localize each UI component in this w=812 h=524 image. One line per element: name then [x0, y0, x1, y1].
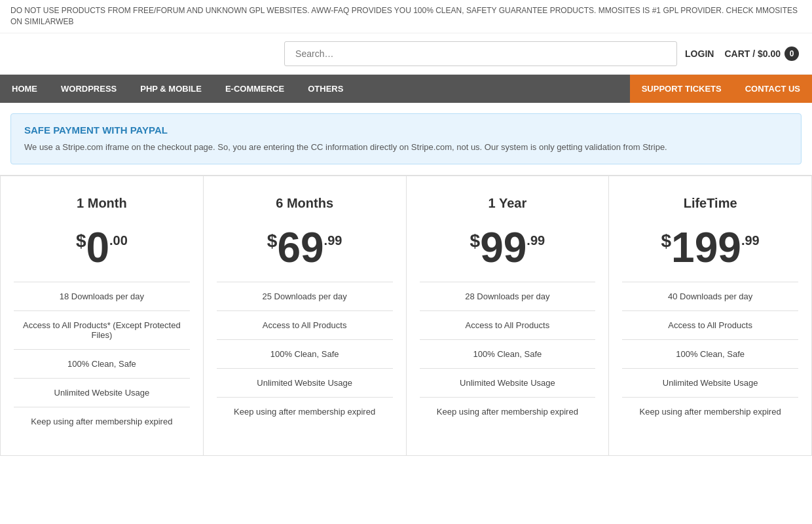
price-main-1month: 0	[86, 227, 109, 269]
nav-item-home[interactable]: HOME	[0, 75, 49, 103]
pricing-card-1year: 1 Year $ 99 .99 28 Downloads per day Acc…	[406, 176, 609, 456]
nav-item-php-mobile[interactable]: PHP & MOBILE	[128, 75, 213, 103]
clean-6months: 100% Clean, Safe	[217, 339, 393, 368]
top-banner: DO NOT USE PRODUCTS FROM FREE/FORUM AND …	[0, 0, 812, 33]
top-banner-text: DO NOT USE PRODUCTS FROM FREE/FORUM AND …	[10, 6, 798, 26]
downloads-lifetime: 40 Downloads per day	[622, 282, 798, 310]
nav-item-others[interactable]: OTHERS	[296, 75, 355, 103]
pricing-card-lifetime: LifeTime $ 199 .99 40 Downloads per day …	[608, 176, 812, 456]
price-dollar-6months: $	[267, 231, 278, 252]
price-cents-1month: .00	[109, 233, 128, 248]
main-nav: HOME WORDPRESS PHP & MOBILE E-COMMERCE O…	[0, 75, 812, 103]
plan-name-1month: 1 Month	[14, 196, 190, 211]
nav-item-wordpress[interactable]: WORDPRESS	[49, 75, 128, 103]
unlimited-1month: Unlimited Website Usage	[14, 378, 190, 407]
header-right: LOGIN CART / $0.00 0	[685, 47, 799, 61]
price-container-6months: $ 69 .99	[217, 227, 393, 269]
downloads-1month: 18 Downloads per day	[14, 282, 190, 310]
cart-button[interactable]: CART / $0.00 0	[724, 47, 799, 61]
unlimited-1year: Unlimited Website Usage	[420, 368, 596, 397]
pricing-section: 1 Month $ 0 .00 18 Downloads per day Acc…	[0, 175, 812, 456]
price-container-1month: $ 0 .00	[14, 227, 190, 269]
cart-label: CART / $0.00	[724, 48, 781, 59]
downloads-6months: 25 Downloads per day	[217, 282, 393, 310]
access-6months: Access to All Products	[217, 310, 393, 339]
clean-lifetime: 100% Clean, Safe	[622, 339, 798, 368]
price-dollar-lifetime: $	[661, 231, 672, 252]
login-button[interactable]: LOGIN	[685, 48, 714, 59]
pricing-card-1month: 1 Month $ 0 .00 18 Downloads per day Acc…	[0, 176, 203, 456]
nav-spacer	[355, 75, 629, 103]
nav-item-support-tickets[interactable]: SUPPORT TICKETS	[630, 75, 733, 103]
plan-name-6months: 6 Months	[217, 196, 393, 211]
price-main-lifetime: 199	[671, 227, 741, 269]
pricing-card-6months: 6 Months $ 69 .99 25 Downloads per day A…	[203, 176, 406, 456]
downloads-1year: 28 Downloads per day	[420, 282, 596, 310]
nav-item-contact-us[interactable]: CONTACT US	[733, 75, 812, 103]
access-1month: Access to All Products* (Except Protecte…	[14, 310, 190, 349]
info-box: SAFE PAYMENT WITH PAYPAL We use a Stripe…	[10, 113, 802, 165]
clean-1month: 100% Clean, Safe	[14, 349, 190, 378]
info-box-desc: We use a Stripe.com iframe on the checko…	[24, 141, 788, 154]
cart-count: 0	[784, 47, 799, 61]
header: LOGIN CART / $0.00 0	[0, 33, 812, 75]
price-cents-6months: .99	[324, 233, 342, 248]
plan-name-1year: 1 Year	[420, 196, 596, 211]
price-main-1year: 99	[480, 227, 526, 269]
price-main-6months: 69	[277, 227, 323, 269]
info-box-title: SAFE PAYMENT WITH PAYPAL	[24, 124, 788, 136]
nav-item-e-commerce[interactable]: E-COMMERCE	[213, 75, 296, 103]
price-cents-1year: .99	[526, 233, 545, 248]
search-box	[284, 41, 677, 66]
access-1year: Access to All Products	[420, 310, 596, 339]
search-input[interactable]	[284, 41, 677, 66]
keep-6months: Keep using after membership expired	[217, 397, 393, 426]
clean-1year: 100% Clean, Safe	[420, 339, 596, 368]
plan-name-lifetime: LifeTime	[622, 196, 798, 211]
price-dollar-1month: $	[76, 231, 86, 252]
price-cents-lifetime: .99	[741, 233, 760, 248]
keep-1year: Keep using after membership expired	[420, 397, 596, 426]
unlimited-6months: Unlimited Website Usage	[217, 368, 393, 397]
unlimited-lifetime: Unlimited Website Usage	[622, 368, 798, 397]
price-container-lifetime: $ 199 .99	[622, 227, 798, 269]
keep-lifetime: Keep using after membership expired	[622, 397, 798, 426]
access-lifetime: Access to All Products	[622, 310, 798, 339]
price-container-1year: $ 99 .99	[420, 227, 596, 269]
price-dollar-1year: $	[470, 231, 481, 252]
keep-1month: Keep using after membership expired	[14, 407, 190, 436]
